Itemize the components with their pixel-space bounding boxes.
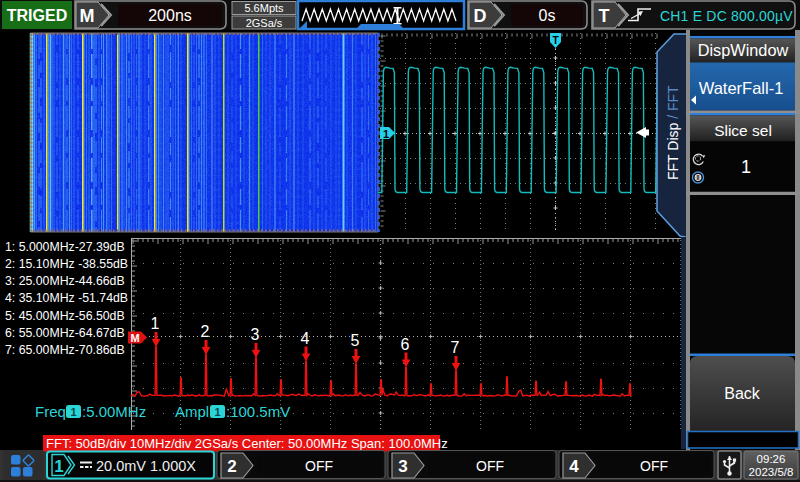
svg-text:5.6Mpts: 5.6Mpts — [244, 2, 284, 14]
svg-text:TRIGED: TRIGED — [7, 7, 67, 24]
svg-text:DispWindow: DispWindow — [698, 41, 789, 59]
svg-text:09:26: 09:26 — [757, 453, 786, 465]
svg-text:T: T — [552, 35, 558, 46]
svg-text:OFF: OFF — [305, 458, 333, 474]
svg-text:T: T — [599, 6, 610, 26]
svg-text:4: 35.10MHz -51.74dB: 4: 35.10MHz -51.74dB — [5, 291, 128, 305]
svg-text:4: 4 — [301, 330, 310, 347]
svg-text:M: M — [130, 332, 139, 344]
svg-text::100.5mV: :100.5mV — [226, 403, 290, 420]
svg-text:7: 7 — [451, 339, 460, 356]
svg-text:D: D — [474, 6, 487, 26]
svg-text:FFT: 50dB/div 10MHz/div 2GSa/s: FFT: 50dB/div 10MHz/div 2GSa/s Center: 5… — [46, 436, 448, 451]
svg-text:1: 1 — [214, 406, 220, 418]
svg-text:6: 55.00MHz-64.67dB: 6: 55.00MHz-64.67dB — [5, 326, 125, 340]
svg-text:5: 45.00MHz-56.50dB: 5: 45.00MHz-56.50dB — [5, 309, 125, 323]
svg-text:1: 1 — [54, 457, 63, 476]
svg-text:2GSa/s: 2GSa/s — [246, 17, 283, 29]
svg-text:2023/5/8: 2023/5/8 — [749, 466, 794, 478]
svg-text:1: 1 — [741, 157, 751, 177]
svg-text:M: M — [80, 6, 95, 26]
svg-text:2: 2 — [201, 323, 210, 340]
svg-text:Back: Back — [724, 385, 761, 402]
svg-text:3: 3 — [251, 326, 260, 343]
svg-text:Ampl: Ampl — [175, 403, 209, 420]
svg-text:7: 65.00MHz-70.86dB: 7: 65.00MHz-70.86dB — [5, 343, 125, 357]
svg-text:FFT Disp / FFT: FFT Disp / FFT — [665, 85, 681, 180]
svg-text:2: 2 — [227, 457, 236, 476]
svg-text:6: 6 — [401, 336, 410, 353]
svg-text:2: 15.10MHz -38.55dB: 2: 15.10MHz -38.55dB — [5, 257, 128, 271]
svg-text:3: 25.00MHz-44.66dB: 3: 25.00MHz-44.66dB — [5, 274, 125, 288]
svg-text:1: 1 — [70, 406, 76, 418]
svg-text:OFF: OFF — [476, 458, 504, 474]
svg-text::5.00MHz: :5.00MHz — [82, 403, 146, 420]
svg-text:20.0mV 1.000X: 20.0mV 1.000X — [96, 458, 196, 474]
svg-text:CH1 E DC 800.00µV: CH1 E DC 800.00µV — [660, 8, 793, 24]
svg-text:1: 5.000MHz-27.39dB: 1: 5.000MHz-27.39dB — [5, 240, 125, 254]
svg-text:1: 1 — [383, 128, 389, 140]
svg-text:WaterFall-1: WaterFall-1 — [699, 79, 784, 97]
svg-text:Slice sel: Slice sel — [714, 122, 772, 139]
svg-text:5: 5 — [351, 332, 360, 349]
svg-text:3: 3 — [398, 457, 407, 476]
svg-text:1: 1 — [151, 315, 160, 332]
svg-text:200ns: 200ns — [148, 7, 192, 24]
svg-text:OFF: OFF — [640, 458, 668, 474]
svg-text:Freq: Freq — [35, 403, 66, 420]
svg-text:0s: 0s — [539, 7, 556, 24]
svg-text:4: 4 — [569, 457, 579, 476]
